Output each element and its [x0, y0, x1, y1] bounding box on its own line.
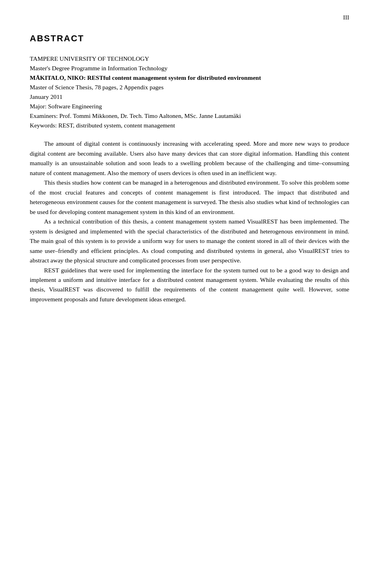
- university-name: TAMPERE UNIVERSITY OF TECHNOLOGY: [30, 54, 349, 64]
- page: III ABSTRACT TAMPERE UNIVERSITY OF TECHN…: [0, 0, 381, 588]
- body-paragraph-2: This thesis studies how content can be m…: [30, 178, 349, 217]
- body-text: The amount of digital content is continu…: [30, 139, 349, 304]
- thesis-major: Major: Software Engineering: [30, 102, 349, 111]
- thesis-title: MÄKITALO, NIKO: RESTful content manageme…: [30, 73, 349, 83]
- thesis-date: January 2011: [30, 92, 349, 102]
- body-paragraph-1: The amount of digital content is continu…: [30, 139, 349, 178]
- body-paragraph-3: As a technical contribution of this thes…: [30, 217, 349, 265]
- abstract-title: ABSTRACT: [30, 32, 349, 45]
- header-block: TAMPERE UNIVERSITY OF TECHNOLOGY Master'…: [30, 54, 349, 130]
- body-paragraph-4: REST guidelines that were used for imple…: [30, 266, 349, 305]
- thesis-keywords: Keywords: REST, distributed system, cont…: [30, 121, 349, 130]
- thesis-examiners: Examiners: Prof. Tommi Mikkonen, Dr. Tec…: [30, 111, 349, 121]
- degree-programme: Master's Degree Programme in Information…: [30, 64, 349, 73]
- thesis-info-line1: Master of Science Thesis, 78 pages, 2 Ap…: [30, 83, 349, 92]
- page-number: III: [343, 13, 350, 22]
